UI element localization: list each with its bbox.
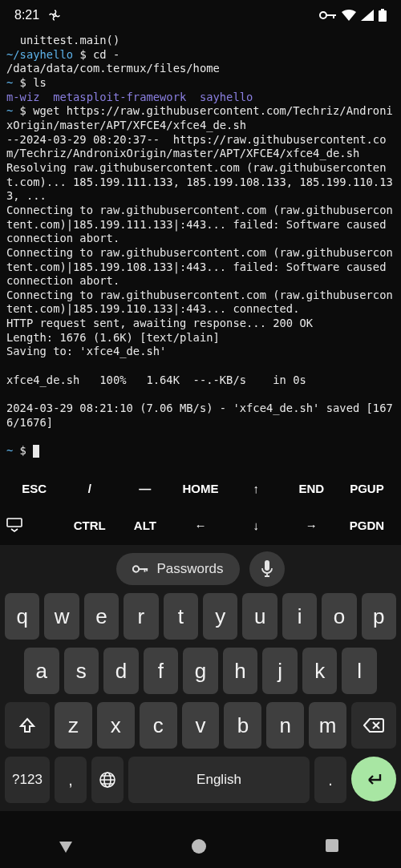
term-key-up[interactable]: ↑ bbox=[229, 482, 284, 495]
enter-key[interactable] bbox=[351, 757, 396, 801]
term-key-down[interactable]: ↓ bbox=[229, 519, 284, 532]
key-e[interactable]: e bbox=[84, 593, 119, 640]
term-key-slash[interactable]: / bbox=[62, 482, 117, 495]
globe-key[interactable] bbox=[91, 757, 124, 803]
key-p[interactable]: p bbox=[362, 593, 396, 640]
term-key-home[interactable]: HOME bbox=[172, 482, 228, 495]
passwords-label: Passwords bbox=[156, 561, 223, 577]
svg-point-1 bbox=[320, 12, 326, 18]
space-key[interactable]: English bbox=[128, 757, 310, 803]
svg-rect-10 bbox=[147, 568, 148, 571]
term-key-end[interactable]: END bbox=[284, 482, 339, 495]
wifi-icon bbox=[342, 10, 356, 21]
term-key-alt[interactable]: ALT bbox=[117, 519, 172, 532]
passwords-button[interactable]: Passwords bbox=[116, 553, 239, 585]
key-v[interactable]: v bbox=[182, 702, 220, 749]
key-n[interactable]: n bbox=[266, 702, 304, 749]
svg-rect-9 bbox=[144, 568, 146, 572]
mic-button[interactable] bbox=[249, 551, 285, 587]
key-r[interactable]: r bbox=[124, 593, 158, 640]
status-bar: 8:21 bbox=[0, 0, 401, 30]
key-u[interactable]: u bbox=[242, 593, 277, 640]
key-s[interactable]: s bbox=[64, 648, 99, 694]
term-key-esc[interactable]: ESC bbox=[6, 482, 62, 495]
status-time: 8:21 bbox=[14, 8, 39, 22]
key-l[interactable]: l bbox=[342, 648, 377, 694]
key-a[interactable]: a bbox=[24, 648, 59, 694]
key-x[interactable]: x bbox=[97, 702, 135, 749]
key-icon bbox=[132, 564, 148, 574]
battery-icon bbox=[379, 9, 387, 22]
term-key-right[interactable]: → bbox=[284, 519, 339, 532]
android-nav-bar bbox=[0, 828, 401, 868]
comma-key[interactable]: , bbox=[55, 757, 87, 803]
onscreen-keyboard: Passwords qwertyuiop asdfghjkl zxcvbnm ?… bbox=[0, 545, 401, 811]
key-icon bbox=[319, 10, 337, 20]
shift-key[interactable] bbox=[5, 702, 50, 749]
term-key-pgup[interactable]: PGUP bbox=[339, 482, 395, 495]
terminal-output[interactable]: unittest.main()~/sayhello $ cd -/data/da… bbox=[0, 30, 401, 462]
key-m[interactable]: m bbox=[309, 702, 346, 749]
key-y[interactable]: y bbox=[203, 593, 237, 640]
key-z[interactable]: z bbox=[55, 702, 92, 749]
svg-point-14 bbox=[192, 839, 206, 854]
numswitch-key[interactable]: ?123 bbox=[5, 757, 50, 803]
key-c[interactable]: c bbox=[140, 702, 177, 749]
key-o[interactable]: o bbox=[322, 593, 356, 640]
nav-back-icon[interactable] bbox=[57, 838, 76, 858]
key-j[interactable]: j bbox=[262, 648, 298, 694]
key-k[interactable]: k bbox=[302, 648, 338, 694]
key-b[interactable]: b bbox=[224, 702, 261, 749]
key-d[interactable]: d bbox=[103, 648, 139, 694]
key-g[interactable]: g bbox=[183, 648, 218, 694]
term-key-pgdn[interactable]: PGDN bbox=[339, 519, 395, 532]
svg-point-0 bbox=[54, 14, 56, 17]
svg-rect-2 bbox=[326, 14, 336, 16]
period-key[interactable]: . bbox=[314, 757, 346, 803]
key-h[interactable]: h bbox=[223, 648, 258, 694]
term-key-left[interactable]: ← bbox=[172, 519, 228, 532]
key-t[interactable]: t bbox=[164, 593, 198, 640]
svg-point-7 bbox=[133, 566, 139, 571]
svg-rect-11 bbox=[265, 560, 269, 571]
term-key-ctrl[interactable]: CTRL bbox=[62, 519, 117, 532]
nav-recent-icon[interactable] bbox=[325, 838, 344, 858]
key-i[interactable]: i bbox=[282, 593, 317, 640]
fan-icon bbox=[47, 8, 62, 22]
key-f[interactable]: f bbox=[144, 648, 179, 694]
signal-icon bbox=[361, 10, 374, 21]
keyboard-collapse-icon[interactable] bbox=[6, 518, 62, 532]
svg-rect-4 bbox=[381, 9, 384, 10]
backspace-key[interactable] bbox=[351, 702, 396, 749]
term-key-dash[interactable]: — bbox=[117, 482, 172, 495]
terminal-extra-keys: ESC / — HOME ↑ END PGUP CTRL ALT ← ↓ → P… bbox=[0, 470, 401, 543]
nav-home-icon[interactable] bbox=[191, 838, 210, 858]
svg-rect-5 bbox=[379, 10, 387, 22]
svg-rect-15 bbox=[326, 839, 338, 852]
svg-rect-3 bbox=[333, 14, 334, 18]
key-w[interactable]: w bbox=[44, 593, 79, 640]
key-q[interactable]: q bbox=[5, 593, 39, 640]
svg-rect-6 bbox=[7, 519, 22, 527]
